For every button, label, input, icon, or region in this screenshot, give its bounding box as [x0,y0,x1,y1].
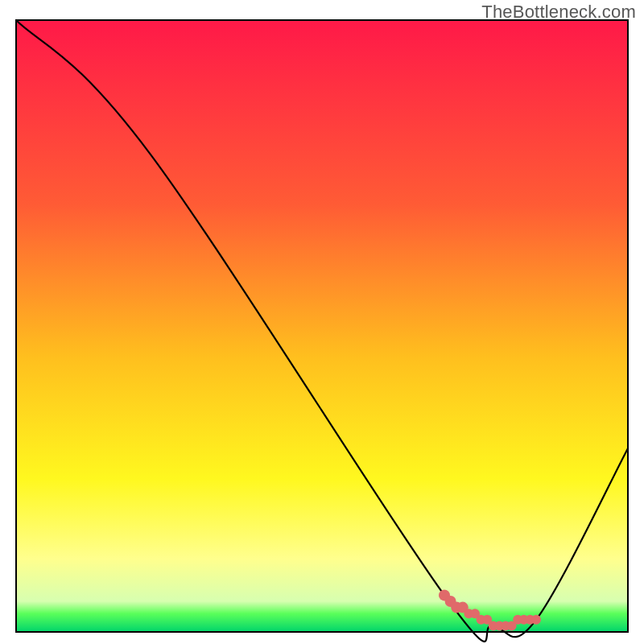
watermark-text: TheBottleneck.com [481,2,636,23]
highlight-marker [531,615,541,625]
bottleneck-chart [0,0,644,644]
plot-background [16,20,628,632]
